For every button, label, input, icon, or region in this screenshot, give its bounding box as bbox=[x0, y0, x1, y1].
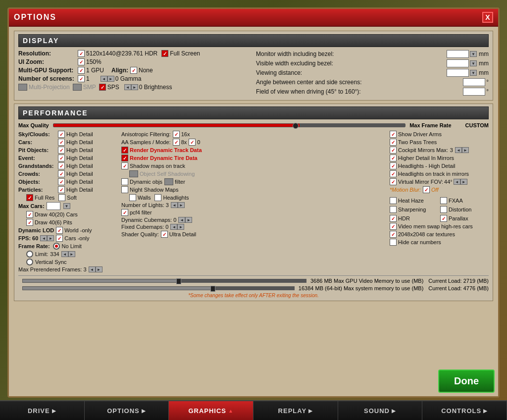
lights-down[interactable]: ◄ bbox=[171, 202, 178, 208]
gamma-up[interactable]: ► bbox=[107, 76, 114, 82]
pcf4-checkbox[interactable] bbox=[121, 209, 128, 216]
sys-mem-thumb[interactable] bbox=[210, 286, 215, 292]
fps-down[interactable]: ◄ bbox=[40, 235, 47, 241]
brightness-down[interactable]: ◄ bbox=[124, 84, 131, 90]
sps-checkbox[interactable] bbox=[99, 84, 106, 91]
walls-checkbox[interactable] bbox=[129, 194, 136, 201]
nav-sound[interactable]: SOUND ▶ bbox=[338, 401, 423, 420]
aa-checkbox[interactable] bbox=[173, 139, 180, 146]
hdr-checkbox[interactable] bbox=[390, 215, 397, 222]
brightness-spinner[interactable]: ◄ ► bbox=[124, 84, 138, 90]
gamma-spinner[interactable]: ◄ ► bbox=[101, 76, 114, 82]
gpu-mem-thumb[interactable] bbox=[176, 278, 181, 284]
draw-pits-checkbox[interactable] bbox=[26, 219, 33, 226]
lights-up[interactable]: ► bbox=[178, 202, 185, 208]
quality-slider-track[interactable] bbox=[53, 123, 406, 127]
cars-checkbox[interactable] bbox=[58, 139, 65, 146]
nav-graphics[interactable]: GRAPHICS ▲ bbox=[169, 401, 254, 420]
sharpening-checkbox[interactable] bbox=[390, 206, 397, 213]
sky-checkbox[interactable] bbox=[58, 131, 65, 138]
crowds-checkbox[interactable] bbox=[58, 170, 65, 177]
aa2-checkbox[interactable] bbox=[189, 139, 196, 146]
world-only-checkbox[interactable] bbox=[56, 227, 63, 234]
monitor-width-spinner[interactable]: ▼ bbox=[470, 51, 477, 57]
limit-radio[interactable] bbox=[26, 251, 33, 258]
no-limit-radio[interactable] bbox=[53, 243, 60, 250]
aniso-checkbox[interactable] bbox=[173, 131, 180, 138]
draw-cars-checkbox[interactable] bbox=[26, 211, 33, 218]
cm-up[interactable]: ► bbox=[462, 147, 469, 153]
soft-checkbox[interactable] bbox=[58, 194, 65, 201]
fps-up[interactable]: ► bbox=[47, 235, 54, 241]
viewing-dist-input[interactable]: 0 bbox=[447, 69, 469, 77]
dc-up[interactable]: ► bbox=[185, 217, 192, 223]
limit-up[interactable]: ► bbox=[68, 251, 75, 257]
show-driver-checkbox[interactable] bbox=[390, 131, 397, 138]
filter-checkbox[interactable] bbox=[164, 178, 173, 185]
mw-down[interactable]: ▼ bbox=[470, 51, 477, 57]
num-screens-checkbox[interactable] bbox=[78, 75, 85, 82]
object-shadow-checkbox[interactable] bbox=[129, 170, 138, 177]
particles-checkbox[interactable] bbox=[58, 186, 65, 193]
vw-down[interactable]: ▼ bbox=[470, 60, 477, 66]
mb-checkbox[interactable] bbox=[423, 186, 430, 193]
max-cars-spinner[interactable]: ▼ bbox=[63, 203, 70, 209]
cockpit-mirrors-checkbox[interactable] bbox=[390, 147, 397, 154]
quality-slider-thumb[interactable] bbox=[293, 123, 299, 129]
visible-width-input[interactable]: 0 bbox=[447, 59, 469, 67]
dc-down[interactable]: ◄ bbox=[178, 217, 185, 223]
shader-checkbox[interactable] bbox=[161, 231, 168, 238]
heat-haze-checkbox[interactable] bbox=[390, 197, 397, 204]
parallax-checkbox[interactable] bbox=[440, 215, 447, 222]
shadow-maps-checkbox[interactable] bbox=[121, 162, 128, 169]
vm-down[interactable]: ◄ bbox=[454, 179, 460, 185]
fc-down[interactable]: ◄ bbox=[170, 224, 177, 230]
objects-checkbox[interactable] bbox=[58, 178, 65, 185]
viewing-dist-spinner[interactable]: ▼ bbox=[470, 70, 477, 76]
pr-down[interactable]: ◄ bbox=[89, 266, 96, 272]
fov-input[interactable]: 99 bbox=[463, 88, 485, 96]
hdm-checkbox[interactable] bbox=[390, 155, 397, 161]
monitor-width-input[interactable]: 1244 bbox=[447, 50, 469, 58]
vms-checkbox[interactable] bbox=[390, 223, 397, 230]
mc-down[interactable]: ▼ bbox=[63, 203, 70, 209]
cm-down[interactable]: ◄ bbox=[455, 147, 462, 153]
ui-zoom-checkbox[interactable] bbox=[78, 58, 85, 65]
multi-proj-checkbox[interactable] bbox=[18, 84, 27, 91]
night-shadow-checkbox[interactable] bbox=[121, 186, 128, 193]
fxaa-checkbox[interactable] bbox=[440, 197, 447, 204]
gamma-down[interactable]: ◄ bbox=[101, 76, 107, 82]
vm-up[interactable]: ► bbox=[460, 179, 467, 185]
multi-gpu-checkbox[interactable] bbox=[78, 67, 85, 74]
hcn-checkbox[interactable] bbox=[390, 239, 397, 246]
render-track-checkbox[interactable] bbox=[121, 147, 128, 154]
dynamic-objs-checkbox[interactable] bbox=[121, 178, 128, 185]
pr-up[interactable]: ► bbox=[96, 266, 102, 272]
nav-controls[interactable]: CONTROLS ▶ bbox=[422, 401, 507, 420]
resolution-checkbox[interactable] bbox=[78, 50, 85, 57]
grandstands-checkbox[interactable] bbox=[58, 162, 65, 169]
two-pass-checkbox[interactable] bbox=[390, 139, 397, 146]
align-checkbox[interactable] bbox=[130, 67, 137, 74]
close-button[interactable]: X bbox=[482, 12, 493, 23]
vm-checkbox[interactable] bbox=[390, 178, 397, 185]
limit-down[interactable]: ◄ bbox=[61, 251, 68, 257]
nav-replay[interactable]: REPLAY ▶ bbox=[254, 401, 338, 420]
vd-down[interactable]: ▼ bbox=[470, 70, 477, 76]
done-button[interactable]: Done bbox=[438, 369, 495, 393]
visible-width-spinner[interactable]: ▼ bbox=[470, 60, 477, 66]
ct-checkbox[interactable] bbox=[390, 231, 397, 238]
nav-options[interactable]: OPTIONS ▶ bbox=[85, 401, 169, 420]
brightness-up[interactable]: ► bbox=[131, 84, 138, 90]
htm-checkbox[interactable] bbox=[390, 170, 397, 177]
fc-up[interactable]: ► bbox=[177, 224, 184, 230]
distortion-checkbox[interactable] bbox=[440, 206, 447, 213]
full-res-checkbox[interactable] bbox=[26, 194, 33, 201]
nav-drive[interactable]: DRIVE ▶ bbox=[0, 401, 85, 420]
headlights-checkbox[interactable] bbox=[154, 194, 161, 201]
render-tire-checkbox[interactable] bbox=[121, 155, 128, 161]
vsync-radio[interactable] bbox=[26, 259, 33, 265]
event-checkbox[interactable] bbox=[58, 155, 65, 161]
gpu-mem-slider[interactable] bbox=[22, 279, 306, 283]
sys-mem-slider[interactable] bbox=[22, 286, 295, 290]
